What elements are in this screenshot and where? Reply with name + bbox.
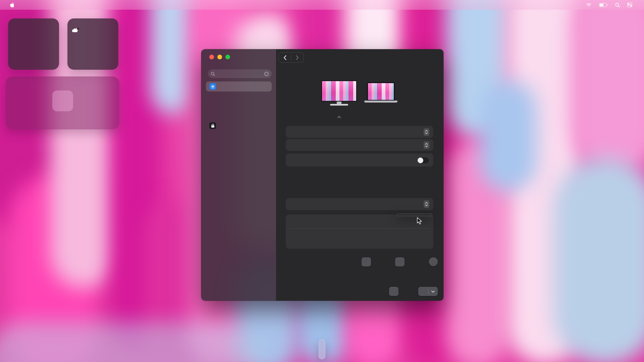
clear-circle-icon[interactable] — [264, 71, 269, 76]
optimise-for-group — [286, 139, 433, 151]
advanced-button[interactable] — [362, 257, 371, 266]
search-field[interactable] — [208, 69, 272, 78]
refresh-tv-group — [286, 215, 433, 249]
photos-flower-icon — [52, 90, 73, 111]
calendar-widget[interactable] — [8, 18, 59, 70]
arrange-button[interactable] — [389, 287, 398, 296]
laptop-deck — [364, 101, 397, 103]
nav-buttons — [278, 52, 304, 63]
menu-window[interactable] — [40, 0, 48, 10]
resolution-group — [286, 154, 433, 167]
system-settings-window — [201, 49, 443, 301]
lock-icon — [209, 122, 216, 129]
forward-button[interactable] — [291, 53, 304, 62]
optimise-for-popup[interactable] — [421, 141, 429, 149]
displays-sun-icon — [209, 83, 216, 90]
photos-widget[interactable] — [6, 76, 119, 129]
dock — [319, 339, 325, 359]
monitor-base — [330, 104, 348, 106]
back-button[interactable] — [279, 53, 291, 62]
resolution-list — [286, 154, 433, 156]
stepper-icon — [424, 200, 429, 208]
minimize-button[interactable] — [217, 55, 222, 59]
spotlight-search-icon[interactable] — [613, 0, 622, 10]
magnifier-icon — [211, 72, 215, 76]
help-button[interactable] — [429, 257, 438, 266]
selected-display-caret — [337, 115, 341, 118]
stepper-icon — [424, 141, 429, 149]
colour-profile-popup[interactable] — [421, 200, 429, 208]
tv-row — [286, 229, 433, 236]
wifi-icon[interactable] — [584, 0, 594, 10]
desktop — [0, 0, 644, 362]
chevron-left-icon — [283, 55, 286, 60]
control-center-icon[interactable] — [625, 0, 635, 10]
displays-pane — [276, 49, 443, 301]
add-display-menu-button[interactable] — [429, 291, 438, 293]
chevron-down-icon — [431, 291, 435, 293]
add-display-split-button — [418, 287, 438, 296]
display-thumbnail-builtin[interactable] — [367, 82, 395, 101]
close-button[interactable] — [209, 55, 214, 59]
menu-help[interactable] — [48, 0, 55, 10]
chevron-right-icon — [296, 55, 299, 60]
use-as-popup[interactable] — [421, 128, 429, 136]
sidebar-item-lock-screen[interactable] — [206, 121, 272, 131]
menu-app-name[interactable] — [18, 0, 25, 10]
partly-cloudy-night-icon — [72, 27, 114, 34]
show-all-resolutions-toggle[interactable] — [417, 157, 429, 164]
apple-menu[interactable] — [6, 0, 18, 10]
mouse-cursor — [416, 217, 423, 225]
sidebar-item-displays[interactable] — [206, 81, 272, 92]
menu-bar — [0, 0, 644, 10]
menu-view[interactable] — [33, 0, 40, 10]
display-thumbnail-external[interactable] — [321, 80, 357, 102]
zoom-button[interactable] — [225, 55, 230, 59]
night-shift-button[interactable] — [395, 257, 405, 266]
colour-profile-group — [286, 198, 433, 210]
sidebar — [201, 49, 276, 301]
battery-icon[interactable] — [597, 0, 610, 10]
apple-icon — [10, 2, 14, 8]
window-controls — [209, 55, 230, 59]
use-as-group — [286, 126, 433, 138]
monitor-stand — [337, 102, 341, 104]
stepper-icon — [424, 128, 429, 136]
weather-widget[interactable] — [67, 18, 118, 70]
menu-edit[interactable] — [25, 0, 33, 10]
refresh-rate-dropdown — [397, 214, 432, 216]
